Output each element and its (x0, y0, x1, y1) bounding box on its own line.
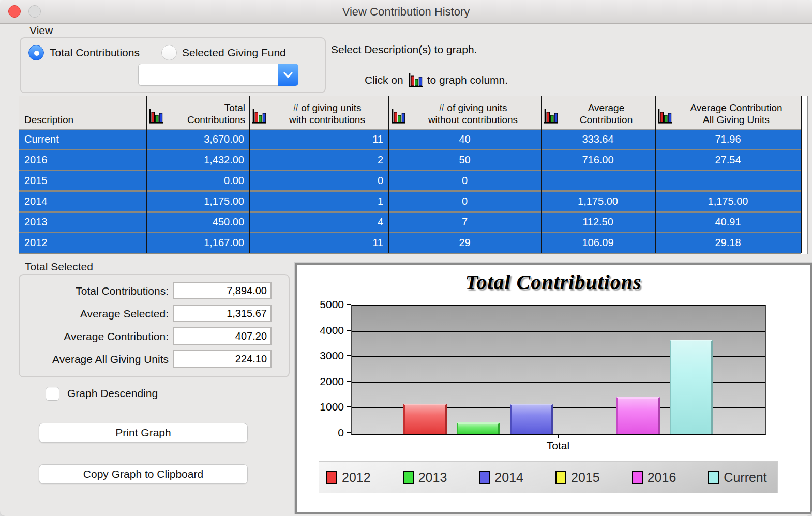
click-instruction-suffix: to graph column. (427, 74, 508, 86)
close-button[interactable] (8, 5, 21, 18)
graph-column-icon[interactable] (390, 109, 406, 126)
graph-column-icon[interactable] (657, 109, 672, 126)
cell-average: 716.00 (541, 150, 655, 170)
legend-label: 2013 (418, 470, 447, 485)
graph-column-icon (408, 72, 423, 88)
column-divider (541, 96, 542, 253)
total-contributions-field-label: Total Contributions: (20, 285, 169, 297)
total-selected-group-box: Total Contributions: 7,894.00 Average Se… (19, 274, 290, 377)
table-header-row: Description TotalContributions # of givi… (19, 96, 801, 130)
column-header-units-without-contributions: # of giving unitswithout contributions (388, 96, 541, 129)
column-divider (655, 96, 656, 253)
chart-gridline (352, 305, 765, 306)
legend-label: 2012 (342, 470, 371, 485)
legend-item-2013: 2013 (396, 470, 472, 485)
graph-column-icon[interactable] (148, 109, 163, 126)
cell-total: 1,167.00 (146, 233, 249, 252)
chart-y-tick-label: 2000 (303, 375, 344, 388)
cell-with-units: 2 (249, 150, 388, 170)
graph-descending-checkbox[interactable] (46, 387, 59, 401)
legend-swatch (555, 471, 566, 484)
legend-item-2016: 2016 (625, 470, 701, 485)
column-header-average-contribution: AverageContribution (541, 96, 655, 129)
total-selected-label: Total Selected (25, 261, 93, 273)
graph-descending-label: Graph Descending (67, 387, 158, 400)
cell-average: 106.09 (541, 233, 655, 252)
cell-with-units: 11 (249, 233, 388, 252)
minimize-button-disabled (28, 5, 41, 18)
table-row-2016[interactable]: 2016 1,432.00 2 50 716.00 27.54 (19, 150, 801, 171)
contribution-history-table: Description TotalContributions # of givi… (19, 96, 808, 254)
radio-total-contributions[interactable] (28, 45, 44, 60)
legend-label: Current (724, 470, 766, 485)
column-divider (249, 96, 250, 253)
cell-description: 2014 (19, 192, 146, 211)
chevron-down-icon (283, 71, 293, 79)
table-row-current[interactable]: Current 3,670.00 11 40 333.64 71.96 (19, 130, 801, 150)
average-selected-field-label: Average Selected: (20, 308, 169, 320)
copy-graph-to-clipboard-button[interactable]: Copy Graph to Clipboard (39, 464, 248, 484)
radio-selected-giving-fund-label: Selected Giving Fund (182, 47, 286, 59)
chart-y-tick-label: 3000 (303, 350, 344, 362)
graph-column-icon[interactable] (543, 109, 559, 126)
giving-fund-dropdown[interactable] (138, 64, 298, 86)
cell-description: 2013 (19, 213, 146, 232)
window-title: View Contribution History (0, 0, 812, 23)
average-selected-field[interactable]: 1,315.67 (173, 305, 272, 322)
radio-selected-giving-fund[interactable] (161, 45, 177, 60)
column-divider (801, 96, 802, 253)
chart-title: Total Contributions (297, 270, 810, 294)
chart-y-tick-label: 5000 (303, 298, 344, 311)
cell-average-all: 71.96 (655, 130, 801, 149)
cell-without-units: 29 (388, 233, 541, 252)
legend-label: 2015 (571, 470, 600, 485)
chart-y-tick-mark (347, 304, 351, 305)
chart-y-tick-label: 1000 (303, 401, 344, 413)
table-row-2014[interactable]: 2014 1,175.00 1 0 1,175.00 1,175.00 (19, 192, 801, 213)
radio-total-contributions-label: Total Contributions (50, 47, 140, 59)
chart-bar-2016 (616, 397, 660, 434)
legend-item-2014: 2014 (472, 470, 548, 485)
table-row-2013[interactable]: 2013 450.00 4 7 112.50 40.91 (19, 213, 801, 233)
view-section-label: View (29, 24, 53, 37)
column-divider (146, 96, 147, 253)
table-row-2015[interactable]: 2015 0.00 0 0 (19, 171, 801, 192)
cell-average-all: 29.18 (655, 233, 801, 252)
chart-y-tick-mark (347, 355, 351, 356)
average-all-giving-units-field[interactable]: 224.10 (173, 350, 272, 368)
cell-description: 2015 (19, 171, 146, 190)
print-graph-button[interactable]: Print Graph (39, 423, 248, 443)
cell-without-units: 0 (388, 192, 541, 211)
click-instruction-prefix: Click on (365, 74, 403, 86)
legend-swatch (479, 471, 490, 484)
column-header-units-with-contributions: # of giving unitswith contributions (249, 96, 388, 129)
title-bar: View Contribution History (0, 0, 812, 24)
cell-average-all: 27.54 (655, 150, 801, 170)
chart-y-tick-mark (347, 381, 351, 382)
cell-description: 2012 (19, 233, 146, 252)
cell-total: 1,432.00 (146, 150, 249, 170)
cell-total: 1,175.00 (146, 192, 249, 211)
cell-average: 1,175.00 (541, 192, 655, 211)
chart-y-tick-label: 4000 (303, 324, 344, 337)
cell-average-all: 40.91 (655, 213, 801, 232)
total-contributions-field[interactable]: 7,894.00 (173, 282, 272, 299)
chart-legend: 20122013201420152016Current (319, 461, 778, 493)
cell-without-units: 0 (388, 171, 541, 190)
chart-y-tick-mark (347, 330, 351, 331)
cell-total: 0.00 (146, 171, 249, 190)
click-to-graph-instruction: Click on to graph column. (365, 72, 508, 88)
graph-column-icon[interactable] (251, 109, 267, 126)
table-row-2012[interactable]: 2012 1,167.00 11 29 106.09 29.18 (19, 233, 801, 254)
cell-without-units: 50 (388, 150, 541, 170)
chart-x-axis-label: Total (506, 439, 610, 452)
cell-without-units: 40 (388, 130, 541, 149)
column-header-description[interactable]: Description (19, 96, 146, 129)
cell-with-units: 4 (249, 213, 388, 232)
average-contribution-field-label: Average Contribution: (20, 330, 169, 343)
chart-y-tick-mark (347, 432, 351, 433)
chart-bar-2013 (457, 422, 500, 434)
average-contribution-field[interactable]: 407.20 (173, 327, 272, 345)
select-descriptions-instruction: Select Description(s) to graph. (331, 43, 477, 56)
dropdown-button[interactable] (278, 64, 298, 86)
